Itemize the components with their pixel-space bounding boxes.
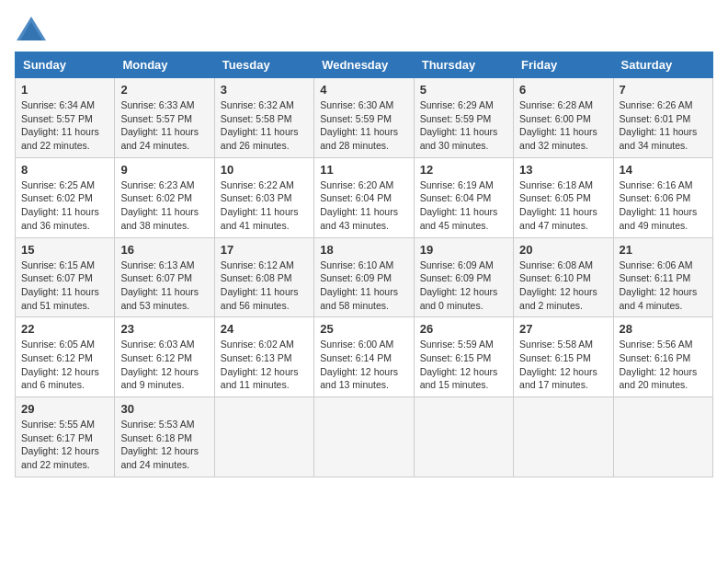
calendar-cell: 22 Sunrise: 6:05 AMSunset: 6:12 PMDaylig… <box>16 317 115 397</box>
day-number: 15 <box>21 243 108 257</box>
day-number: 2 <box>120 83 208 97</box>
day-number: 6 <box>519 83 607 97</box>
day-info: Sunrise: 5:53 AMSunset: 6:18 PMDaylight:… <box>120 419 199 470</box>
header-day-thursday: Thursday <box>414 52 513 78</box>
day-number: 16 <box>120 243 208 257</box>
day-number: 8 <box>21 163 108 177</box>
calendar-week-3: 15 Sunrise: 6:15 AMSunset: 6:07 PMDaylig… <box>16 237 713 317</box>
day-number: 22 <box>21 322 108 336</box>
day-number: 21 <box>620 243 707 257</box>
day-info: Sunrise: 6:05 AMSunset: 6:12 PMDaylight:… <box>21 339 99 390</box>
day-info: Sunrise: 6:16 AMSunset: 6:06 PMDaylight:… <box>620 179 698 231</box>
day-info: Sunrise: 5:59 AMSunset: 6:15 PMDaylight:… <box>420 339 498 390</box>
day-number: 27 <box>519 322 607 336</box>
day-number: 10 <box>221 163 308 177</box>
calendar-header-row: SundayMondayTuesdayWednesdayThursdayFrid… <box>16 52 713 78</box>
calendar-cell <box>514 397 613 477</box>
calendar-cell: 24 Sunrise: 6:02 AMSunset: 6:13 PMDaylig… <box>214 317 313 397</box>
calendar-week-1: 1 Sunrise: 6:34 AMSunset: 5:57 PMDayligh… <box>16 78 713 158</box>
day-number: 19 <box>420 243 507 257</box>
calendar-cell: 25 Sunrise: 6:00 AMSunset: 6:14 PMDaylig… <box>314 317 414 397</box>
calendar-cell: 4 Sunrise: 6:30 AMSunset: 5:59 PMDayligh… <box>314 78 414 158</box>
calendar-cell: 23 Sunrise: 6:03 AMSunset: 6:12 PMDaylig… <box>115 317 214 397</box>
header-day-sunday: Sunday <box>16 52 115 78</box>
day-info: Sunrise: 6:32 AMSunset: 5:58 PMDaylight:… <box>221 99 299 151</box>
day-number: 25 <box>320 322 407 336</box>
calendar-cell: 30 Sunrise: 5:53 AMSunset: 6:18 PMDaylig… <box>115 397 214 477</box>
header-day-monday: Monday <box>115 52 214 78</box>
day-info: Sunrise: 6:28 AMSunset: 6:00 PMDaylight:… <box>519 99 597 151</box>
calendar-cell: 2 Sunrise: 6:33 AMSunset: 5:57 PMDayligh… <box>115 78 214 158</box>
calendar-cell: 17 Sunrise: 6:12 AMSunset: 6:08 PMDaylig… <box>214 237 313 317</box>
calendar-cell: 26 Sunrise: 5:59 AMSunset: 6:15 PMDaylig… <box>414 317 513 397</box>
calendar-table: SundayMondayTuesdayWednesdayThursdayFrid… <box>15 52 713 477</box>
day-number: 13 <box>519 163 607 177</box>
header-day-tuesday: Tuesday <box>214 52 313 78</box>
calendar-cell: 5 Sunrise: 6:29 AMSunset: 5:59 PMDayligh… <box>414 78 513 158</box>
calendar-cell: 1 Sunrise: 6:34 AMSunset: 5:57 PMDayligh… <box>16 78 115 158</box>
day-info: Sunrise: 6:09 AMSunset: 6:09 PMDaylight:… <box>420 259 498 311</box>
day-info: Sunrise: 5:56 AMSunset: 6:16 PMDaylight:… <box>620 339 698 390</box>
calendar-week-4: 22 Sunrise: 6:05 AMSunset: 6:12 PMDaylig… <box>16 317 713 397</box>
day-number: 23 <box>120 322 208 336</box>
day-number: 29 <box>21 402 108 416</box>
logo-icon <box>15 15 48 42</box>
day-info: Sunrise: 6:18 AMSunset: 6:05 PMDaylight:… <box>519 179 597 231</box>
day-info: Sunrise: 6:12 AMSunset: 6:08 PMDaylight:… <box>221 259 299 311</box>
day-info: Sunrise: 6:08 AMSunset: 6:10 PMDaylight:… <box>519 259 597 311</box>
day-info: Sunrise: 6:10 AMSunset: 6:09 PMDaylight:… <box>320 259 398 311</box>
calendar-cell: 7 Sunrise: 6:26 AMSunset: 6:01 PMDayligh… <box>613 78 712 158</box>
day-info: Sunrise: 5:58 AMSunset: 6:15 PMDaylight:… <box>519 339 597 390</box>
calendar-cell: 28 Sunrise: 5:56 AMSunset: 6:16 PMDaylig… <box>613 317 712 397</box>
day-info: Sunrise: 6:29 AMSunset: 5:59 PMDaylight:… <box>420 99 498 151</box>
day-info: Sunrise: 6:13 AMSunset: 6:07 PMDaylight:… <box>120 259 199 311</box>
day-info: Sunrise: 6:33 AMSunset: 5:57 PMDaylight:… <box>120 99 199 151</box>
calendar-cell: 21 Sunrise: 6:06 AMSunset: 6:11 PMDaylig… <box>613 237 712 317</box>
day-number: 20 <box>519 243 607 257</box>
day-number: 28 <box>620 322 707 336</box>
calendar-cell: 20 Sunrise: 6:08 AMSunset: 6:10 PMDaylig… <box>514 237 613 317</box>
header <box>15 15 713 42</box>
calendar-cell: 8 Sunrise: 6:25 AMSunset: 6:02 PMDayligh… <box>16 157 115 237</box>
calendar-cell <box>613 397 712 477</box>
calendar-cell: 16 Sunrise: 6:13 AMSunset: 6:07 PMDaylig… <box>115 237 214 317</box>
day-info: Sunrise: 6:30 AMSunset: 5:59 PMDaylight:… <box>320 99 398 151</box>
logo <box>15 15 51 42</box>
day-info: Sunrise: 6:26 AMSunset: 6:01 PMDaylight:… <box>620 99 698 151</box>
header-day-saturday: Saturday <box>613 52 712 78</box>
day-info: Sunrise: 6:06 AMSunset: 6:11 PMDaylight:… <box>620 259 698 311</box>
day-number: 24 <box>221 322 308 336</box>
calendar-cell <box>414 397 513 477</box>
day-info: Sunrise: 6:22 AMSunset: 6:03 PMDaylight:… <box>221 179 299 231</box>
header-day-wednesday: Wednesday <box>314 52 414 78</box>
day-number: 4 <box>320 83 407 97</box>
calendar-cell: 27 Sunrise: 5:58 AMSunset: 6:15 PMDaylig… <box>514 317 613 397</box>
calendar-cell <box>314 397 414 477</box>
day-info: Sunrise: 6:25 AMSunset: 6:02 PMDaylight:… <box>21 179 99 231</box>
calendar-cell: 29 Sunrise: 5:55 AMSunset: 6:17 PMDaylig… <box>16 397 115 477</box>
day-number: 17 <box>221 243 308 257</box>
day-info: Sunrise: 6:20 AMSunset: 6:04 PMDaylight:… <box>320 179 398 231</box>
calendar-cell: 19 Sunrise: 6:09 AMSunset: 6:09 PMDaylig… <box>414 237 513 317</box>
calendar-cell: 13 Sunrise: 6:18 AMSunset: 6:05 PMDaylig… <box>514 157 613 237</box>
day-number: 11 <box>320 163 407 177</box>
day-number: 1 <box>21 83 108 97</box>
day-number: 26 <box>420 322 507 336</box>
day-info: Sunrise: 6:02 AMSunset: 6:13 PMDaylight:… <box>221 339 299 390</box>
day-number: 14 <box>620 163 707 177</box>
calendar-cell: 14 Sunrise: 6:16 AMSunset: 6:06 PMDaylig… <box>613 157 712 237</box>
calendar-cell: 10 Sunrise: 6:22 AMSunset: 6:03 PMDaylig… <box>214 157 313 237</box>
day-number: 30 <box>120 402 208 416</box>
calendar-week-2: 8 Sunrise: 6:25 AMSunset: 6:02 PMDayligh… <box>16 157 713 237</box>
day-number: 7 <box>620 83 707 97</box>
day-info: Sunrise: 6:15 AMSunset: 6:07 PMDaylight:… <box>21 259 99 311</box>
day-info: Sunrise: 6:03 AMSunset: 6:12 PMDaylight:… <box>120 339 199 390</box>
calendar-cell: 11 Sunrise: 6:20 AMSunset: 6:04 PMDaylig… <box>314 157 414 237</box>
day-info: Sunrise: 6:19 AMSunset: 6:04 PMDaylight:… <box>420 179 498 231</box>
day-number: 9 <box>120 163 208 177</box>
calendar-week-5: 29 Sunrise: 5:55 AMSunset: 6:17 PMDaylig… <box>16 397 713 477</box>
day-info: Sunrise: 6:00 AMSunset: 6:14 PMDaylight:… <box>320 339 398 390</box>
calendar-cell <box>214 397 313 477</box>
calendar-cell: 18 Sunrise: 6:10 AMSunset: 6:09 PMDaylig… <box>314 237 414 317</box>
day-info: Sunrise: 5:55 AMSunset: 6:17 PMDaylight:… <box>21 419 99 470</box>
